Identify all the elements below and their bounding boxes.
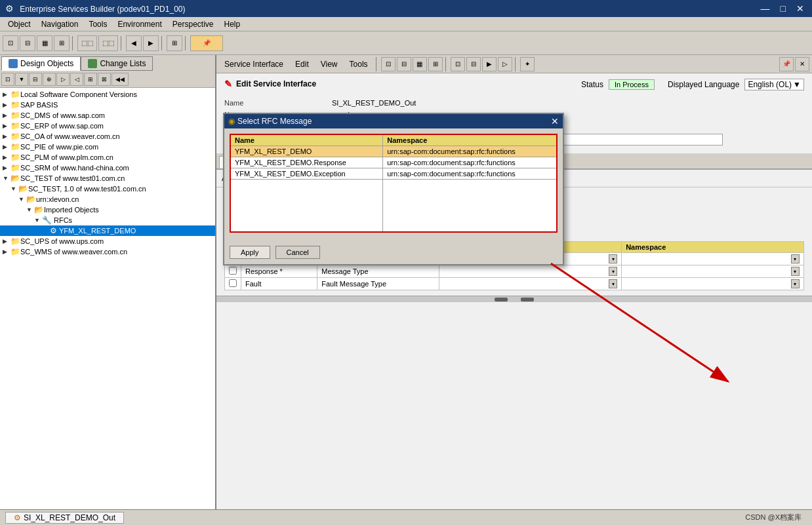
toolbar-btn-1[interactable]: ⊡ — [3, 35, 18, 51]
tree-item-sc-erp[interactable]: ▶ 📁 SC_ERP of www.sap.com — [0, 121, 215, 131]
menu-help[interactable]: Help — [218, 18, 245, 30]
rt-btn-1[interactable]: ⊡ — [381, 57, 396, 71]
tree-item-sc-ups[interactable]: ▶ 📁 SC_UPS of www.ups.com — [0, 236, 215, 246]
tree-item-local-sw[interactable]: ▶ 📁 Local Software Component Versions — [0, 89, 215, 100]
right-toolbar: Service Interface Edit View Tools ⊡ ⊟ ▦ … — [216, 55, 812, 73]
tree-item-sc-test[interactable]: ▼ 📂 SC_TEST of www.test01.com.cn — [0, 173, 215, 184]
toolbar-pin[interactable]: 📌 — [190, 35, 223, 51]
fault-ns-btn[interactable]: ▾ — [791, 279, 800, 288]
menu-object[interactable]: Object — [3, 18, 36, 30]
toolbar-forward[interactable]: ▶ — [143, 35, 159, 51]
rt-btn-network[interactable]: ✦ — [520, 57, 535, 71]
tree-arrow: ▶ — [3, 112, 10, 119]
message-row-fault: Fault Fault Message Type ▾ — [225, 278, 804, 290]
cancel-button[interactable]: Cancel — [275, 246, 320, 259]
minimize-button[interactable]: — — [758, 3, 773, 14]
toolbar-btn-5[interactable]: ⬚⬚ — [77, 35, 97, 51]
toolbar-btn-3[interactable]: ▦ — [37, 35, 52, 51]
tree-item-sc-pie[interactable]: ▶ 📁 SC_PIE of www.pie.com — [0, 142, 215, 152]
tree-item-sc-wms[interactable]: ▶ 📁 SC_WMS of www.weaver.com.cn — [0, 246, 215, 257]
left-tb-btn-6[interactable]: ◁ — [70, 73, 83, 86]
toolbar-sep2 — [445, 57, 448, 71]
menu-edit[interactable]: Edit — [290, 58, 314, 70]
tree-arrow: ▼ — [10, 185, 18, 192]
rt-btn-6[interactable]: ⊟ — [466, 57, 481, 71]
main-toolbar: ⊡ ⊟ ▦ ⊞ ⬚⬚ ⬚⬚ ◀ ▶ ⊞ 📌 — [0, 31, 812, 55]
fault-name-input[interactable] — [443, 280, 607, 288]
right-panel: Service Interface Edit View Tools ⊡ ⊟ ▦ … — [216, 55, 812, 509]
menubar: Object Navigation Tools Environment Pers… — [0, 17, 812, 31]
tree-item-sap-basis[interactable]: ▶ 📁 SAP BASIS — [0, 100, 215, 110]
left-tb-btn-2[interactable]: ▼ — [15, 73, 28, 86]
toolbar-btn-6[interactable]: ⬚⬚ — [98, 35, 118, 51]
left-tb-btn-4[interactable]: ⊕ — [43, 73, 56, 86]
rt-btn-2[interactable]: ⊟ — [397, 57, 411, 71]
fault-ns-input[interactable] — [626, 280, 790, 288]
rt-btn-3[interactable]: ▦ — [413, 57, 427, 71]
tree-item-sc-test-1[interactable]: ▼ 📂 SC_TEST, 1.0 of www.test01.com.cn — [0, 184, 215, 194]
request-browse-btn[interactable]: ▾ — [609, 254, 617, 263]
menu-tools-right[interactable]: Tools — [344, 58, 373, 70]
fault-browse-btn[interactable]: ▾ — [609, 279, 617, 288]
tab-design-objects[interactable]: Design Objects — [1, 56, 81, 71]
folder-icon: 📂 — [18, 184, 28, 193]
folder-icon: 📁 — [10, 90, 20, 99]
toolbar-sep-1 — [72, 36, 75, 50]
toolbar-btn-2[interactable]: ⊟ — [20, 35, 35, 51]
tree-item-sc-oa[interactable]: ▶ 📁 SC_OA of www.weaver.com.cn — [0, 131, 215, 142]
tree-item-yfm[interactable]: ⚙ YFM_XL_REST_DEMO — [0, 225, 215, 236]
rt-btn-close[interactable]: ✕ — [795, 57, 809, 71]
rfc-row-1[interactable]: YFM_XL_REST_DEMO urn:sap-com:document:sa… — [230, 146, 557, 157]
name-fault: ▾ — [439, 278, 622, 290]
rt-btn-4[interactable]: ⊞ — [428, 57, 443, 71]
tree-item-sc-plm[interactable]: ▶ 📁 SC_PLM of www.plm.com.cn — [0, 152, 215, 163]
dialog-close-button[interactable]: ✕ — [551, 116, 559, 126]
close-button[interactable]: ✕ — [794, 3, 807, 14]
left-tb-btn-5[interactable]: ▷ — [56, 73, 70, 86]
toolbar-back[interactable]: ◀ — [126, 35, 142, 51]
tree-item-urn[interactable]: ▼ 📂 urn:xlevon.cn — [0, 194, 215, 204]
left-tb-btn-1[interactable]: ⊡ — [1, 73, 14, 86]
menu-service-interface[interactable]: Service Interface — [219, 58, 289, 70]
response-browse-btn[interactable]: ▾ — [609, 267, 617, 276]
left-tb-btn-7[interactable]: ⊞ — [84, 73, 97, 86]
toolbar-sep-2 — [121, 36, 123, 50]
namespace-request: ▾ — [622, 253, 804, 265]
toolbar-btn-9[interactable]: ⊞ — [167, 35, 182, 51]
tree-item-rfcs[interactable]: ▼ 🔧 RFCs — [0, 215, 215, 225]
response-checkbox[interactable] — [229, 267, 237, 275]
rfc-row-2[interactable]: YFM_XL_REST_DEMO.Response urn:sap-com:do… — [230, 157, 557, 168]
fault-checkbox[interactable] — [229, 279, 237, 287]
rt-btn-7[interactable]: ▶ — [482, 57, 497, 71]
left-tb-btn-3[interactable]: ⊟ — [29, 73, 42, 86]
tree-item-sc-srm[interactable]: ▶ 📁 SC_SRM of www.hand-china.com — [0, 163, 215, 173]
titlebar-title: ⚙ Enterprise Services Builder (podev01_P… — [5, 3, 185, 14]
statusbar-tab[interactable]: ⚙ SI_XL_REST_DEMO_Out — [5, 512, 124, 524]
request-ns-input[interactable] — [626, 255, 790, 263]
tree-item-sc-dms[interactable]: ▶ 📁 SC_DMS of www.sap.com — [0, 110, 215, 121]
response-name-input[interactable] — [443, 267, 607, 275]
toolbar-btn-4[interactable]: ⊞ — [54, 35, 70, 51]
request-ns-btn[interactable]: ▾ — [791, 254, 800, 263]
tab-change-lists[interactable]: Change Lists — [81, 56, 153, 71]
col-namespace-header: Namespace — [383, 134, 557, 146]
left-tb-btn-9[interactable]: ◀◀ — [112, 73, 129, 86]
rt-btn-pin[interactable]: 📌 — [779, 57, 794, 71]
rt-btn-5[interactable]: ⊡ — [451, 57, 465, 71]
rt-btn-8[interactable]: ▷ — [498, 57, 512, 71]
menu-environment[interactable]: Environment — [112, 18, 167, 30]
menu-navigation[interactable]: Navigation — [36, 18, 84, 30]
rfc-row-3[interactable]: YFM_XL_REST_DEMO.Exception urn:sap-com:d… — [230, 168, 557, 180]
menu-perspective[interactable]: Perspective — [167, 18, 219, 30]
folder-icon: 📂 — [10, 174, 20, 183]
response-ns-input[interactable] — [626, 267, 790, 275]
menu-tools[interactable]: Tools — [83, 18, 112, 30]
lang-dropdown-icon: ▼ — [793, 80, 801, 89]
status-badge: In Process — [609, 79, 655, 90]
response-ns-btn[interactable]: ▾ — [791, 267, 800, 276]
menu-view[interactable]: View — [315, 58, 343, 70]
left-tb-btn-8[interactable]: ⊠ — [98, 73, 111, 86]
maximize-button[interactable]: □ — [778, 3, 788, 14]
apply-button[interactable]: Apply — [230, 246, 270, 259]
tree-item-imported[interactable]: ▼ 📂 Imported Objects — [0, 204, 215, 215]
